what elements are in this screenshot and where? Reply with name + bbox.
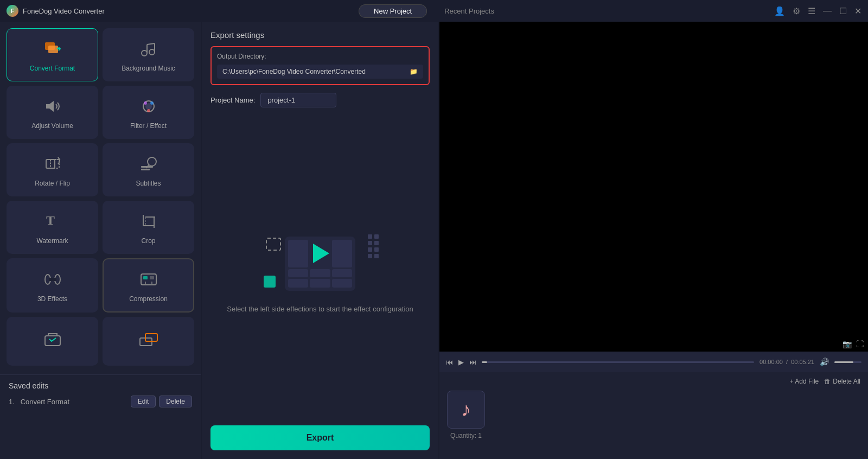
tool-extra-right[interactable] xyxy=(103,317,194,366)
volume-fill xyxy=(834,361,853,363)
grid-cell-6 xyxy=(332,269,352,277)
svg-rect-16 xyxy=(141,169,150,170)
menu-icon[interactable]: ☰ xyxy=(808,6,815,16)
user-icon[interactable]: 👤 xyxy=(774,6,785,16)
tool-background-music[interactable]: Background Music xyxy=(103,28,194,81)
folder-icon[interactable]: 📁 xyxy=(410,68,418,75)
delete-button[interactable]: Delete xyxy=(159,396,192,407)
minimize-icon[interactable]: — xyxy=(823,6,832,16)
tool-extra-left[interactable] xyxy=(7,317,98,366)
playback-bar: ⏮ ▶ ⏭ 00:00:00 / 00:05:21 🔊 xyxy=(439,352,868,372)
trash-icon: 🗑 xyxy=(824,378,831,385)
grid-cell-8 xyxy=(310,279,330,287)
tool-3d-effects[interactable]: 3D Effects xyxy=(7,258,98,313)
time-total: 00:05:21 xyxy=(791,359,814,365)
background-music-label: Background Music xyxy=(122,65,175,72)
saved-edits: Saved edits 1. Convert Format Edit Delet… xyxy=(0,374,201,414)
svg-rect-28 xyxy=(150,276,154,279)
progress-fill xyxy=(482,361,487,363)
tool-watermark[interactable]: T Watermark xyxy=(7,201,98,254)
media-library-header: + Add File 🗑 Delete All xyxy=(447,378,860,385)
output-dir-label: Output Directory: xyxy=(217,53,423,60)
tool-crop[interactable]: Crop xyxy=(103,201,194,254)
export-settings-title: Export settings xyxy=(210,30,430,40)
svg-rect-1 xyxy=(48,46,58,53)
edit-button[interactable]: Edit xyxy=(131,396,156,407)
settings-icon[interactable]: ⚙ xyxy=(793,6,800,16)
project-name-label: Project Name: xyxy=(210,96,255,104)
saved-edit-text: Convert Format xyxy=(21,398,69,406)
filter-effect-icon xyxy=(137,95,160,118)
compression-icon xyxy=(137,268,160,291)
svg-rect-25 xyxy=(49,278,56,281)
grid-cell-5 xyxy=(310,269,330,277)
svg-point-3 xyxy=(149,49,155,55)
fullscreen-icon[interactable]: ⛶ xyxy=(856,340,864,348)
dot-2 xyxy=(374,234,379,239)
compression-label: Compression xyxy=(129,295,168,303)
subtitles-label: Subtitles xyxy=(136,180,161,187)
convert-format-icon xyxy=(41,37,64,60)
media-library: + Add File 🗑 Delete All ♪ Quantity: 1 xyxy=(439,372,868,459)
tools-grid: Convert Format Background Music xyxy=(0,22,201,372)
adjust-volume-label: Adjust Volume xyxy=(31,122,73,130)
dot-7 xyxy=(368,254,372,258)
volume-slider[interactable] xyxy=(834,361,861,363)
background-music-icon xyxy=(137,37,160,60)
grid-cell-1 xyxy=(288,240,308,267)
extra-right-icon xyxy=(137,328,160,350)
title-bar-center: New Project Recent Projects xyxy=(359,4,509,18)
screenshot-icon[interactable]: 📷 xyxy=(843,340,852,348)
svg-text:T: T xyxy=(46,213,55,227)
3d-effects-icon xyxy=(41,268,64,291)
dot-6 xyxy=(374,247,379,252)
convert-format-label: Convert Format xyxy=(30,65,75,72)
saved-edit-item: 1. Convert Format Edit Delete xyxy=(9,396,192,407)
grid-dots xyxy=(368,234,379,258)
skip-forward-button[interactable]: ⏭ xyxy=(469,358,476,366)
skip-back-button[interactable]: ⏮ xyxy=(446,358,453,366)
title-bar: F FoneDog Video Converter New Project Re… xyxy=(0,0,868,22)
svg-line-6 xyxy=(147,43,155,44)
tool-adjust-volume[interactable]: Adjust Volume xyxy=(7,86,98,139)
close-icon[interactable]: ✕ xyxy=(854,6,861,16)
output-path-text: C:\Users\pc\FoneDog Video Converter\Conv… xyxy=(222,68,366,75)
tool-filter-effect[interactable]: Filter / Effect xyxy=(103,86,194,139)
app-logo: F xyxy=(7,5,18,17)
maximize-icon[interactable]: ☐ xyxy=(839,6,847,16)
time-current: 00:00:00 xyxy=(760,359,783,365)
left-panel: Convert Format Background Music xyxy=(0,22,201,459)
dot-1 xyxy=(368,234,372,239)
quantity-text: Quantity: 1 xyxy=(450,432,482,439)
saved-edit-index: 1. xyxy=(9,398,15,406)
delete-all-button[interactable]: 🗑 Delete All xyxy=(824,378,860,385)
svg-point-10 xyxy=(150,101,154,105)
saved-edit-name: 1. Convert Format xyxy=(9,398,131,406)
tool-rotate-flip[interactable]: Rotate / Flip xyxy=(7,143,98,196)
media-thumbnail[interactable]: ♪ xyxy=(447,391,485,429)
add-file-button[interactable]: + Add File xyxy=(790,378,819,385)
effects-grid-bg xyxy=(285,237,355,291)
watermark-icon: T xyxy=(41,210,64,233)
dotted-box xyxy=(266,238,281,251)
volume-icon[interactable]: 🔊 xyxy=(820,358,829,366)
video-preview: 📷 ⛶ xyxy=(439,22,868,352)
time-display: 00:00:00 / 00:05:21 xyxy=(760,359,814,365)
saved-edits-title: Saved edits xyxy=(9,381,192,390)
recent-projects-button[interactable]: Recent Projects xyxy=(429,4,509,18)
play-button[interactable]: ▶ xyxy=(458,358,464,366)
extra-left-icon xyxy=(41,328,64,350)
grid-cell-3 xyxy=(332,240,352,267)
svg-point-11 xyxy=(147,109,150,112)
export-button[interactable]: Export xyxy=(210,425,430,450)
tool-compression[interactable]: Compression xyxy=(103,258,194,313)
tool-convert-format[interactable]: Convert Format xyxy=(7,28,98,81)
tool-subtitles[interactable]: Subtitles xyxy=(103,143,194,196)
new-project-button[interactable]: New Project xyxy=(359,4,427,18)
title-bar-left: F FoneDog Video Converter xyxy=(7,5,105,17)
play-triangle-icon xyxy=(313,244,329,263)
project-name-input[interactable] xyxy=(260,93,336,107)
svg-rect-26 xyxy=(141,274,156,285)
progress-track[interactable] xyxy=(482,361,754,363)
svg-rect-22 xyxy=(145,217,154,226)
